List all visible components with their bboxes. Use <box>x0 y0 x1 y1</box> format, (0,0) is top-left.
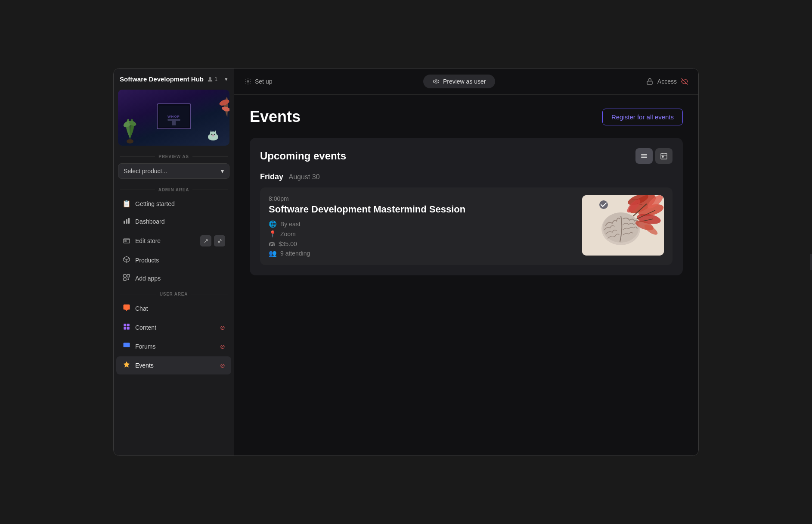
svg-point-10 <box>212 135 214 137</box>
events-icon <box>122 361 131 370</box>
svg-rect-26 <box>127 327 130 330</box>
event-location-row: 📍 Zoom <box>269 230 573 238</box>
view-toggle <box>635 148 673 164</box>
content-label: Content <box>135 324 216 331</box>
svg-rect-24 <box>127 324 130 326</box>
svg-marker-7 <box>214 130 216 133</box>
page-title: Events <box>250 108 301 126</box>
add-apps-icon <box>122 274 131 283</box>
list-view-button[interactable] <box>635 148 653 164</box>
getting-started-icon: 📋 <box>122 200 131 208</box>
sidebar-item-products[interactable]: Products <box>116 252 231 269</box>
upcoming-events-title: Upcoming events <box>260 150 346 162</box>
content-visibility-icon: ⊘ <box>220 324 225 331</box>
setup-button[interactable]: Set up <box>245 78 272 85</box>
calendar-view-button[interactable] <box>655 148 673 164</box>
events-section: Upcoming events <box>250 138 683 275</box>
content-icon <box>122 323 131 332</box>
date-header: Friday August 30 <box>260 172 673 181</box>
edit-store-actions <box>200 235 225 246</box>
svg-rect-27 <box>124 343 130 347</box>
products-label: Products <box>135 257 225 264</box>
event-info: 8:00pm Software Development Mastermind S… <box>269 195 573 257</box>
svg-rect-34 <box>641 156 647 156</box>
event-card[interactable]: 8:00pm Software Development Mastermind S… <box>260 187 673 265</box>
edit-store-external-link-button[interactable] <box>200 235 211 246</box>
select-product-dropdown[interactable]: Select product... ▾ <box>118 163 229 179</box>
forums-visibility-icon: ⊘ <box>220 343 225 350</box>
svg-point-30 <box>433 80 439 83</box>
edit-store-link-button[interactable] <box>214 235 225 246</box>
setup-label: Set up <box>255 78 272 85</box>
external-link-icon <box>204 239 208 243</box>
preview-as-user-button[interactable]: Preview as user <box>423 75 496 88</box>
topbar: Set up Preview as user Access <box>234 69 698 95</box>
dashboard-label: Dashboard <box>135 218 225 225</box>
cat-icon <box>206 128 221 141</box>
svg-point-11 <box>219 98 229 106</box>
sidebar-item-forums[interactable]: Forums ⊘ <box>116 337 231 356</box>
sidebar: Software Development Hub 1 ▾ <box>114 69 234 455</box>
hub-badge: 1 <box>207 76 217 82</box>
forums-label: Forums <box>135 343 216 350</box>
svg-rect-25 <box>124 327 126 330</box>
svg-point-0 <box>209 77 211 79</box>
globe-icon: 🌐 <box>269 220 277 228</box>
getting-started-label: Getting started <box>135 200 225 207</box>
preview-as-area: Select product... ▾ <box>114 162 234 183</box>
preview-as-label: PREVIEW AS <box>158 154 189 159</box>
sidebar-item-add-apps[interactable]: Add apps <box>116 270 231 287</box>
user-area-divider: USER AREA <box>114 287 234 299</box>
svg-rect-33 <box>641 154 647 155</box>
user-area-label: USER AREA <box>160 292 188 296</box>
edit-store-label: Edit store <box>135 237 196 244</box>
lock-icon <box>646 78 653 85</box>
event-time: 8:00pm <box>269 195 573 202</box>
event-host-row: 🌐 By east <box>269 220 573 228</box>
event-image <box>582 195 664 256</box>
content-area: Events Register for all events Upcoming … <box>234 95 698 455</box>
add-apps-label: Add apps <box>135 275 225 282</box>
people-icon: 👥 <box>269 250 277 257</box>
sidebar-item-content[interactable]: Content ⊘ <box>116 318 231 337</box>
events-section-header: Upcoming events <box>260 148 673 164</box>
svg-rect-13 <box>124 221 125 224</box>
svg-rect-20 <box>124 278 126 281</box>
sidebar-item-events[interactable]: Events ⊘ <box>116 356 231 374</box>
edit-store-icon <box>122 237 131 245</box>
event-attending-row: 👥 9 attending <box>269 250 573 257</box>
event-attending: 9 attending <box>280 250 310 257</box>
svg-point-31 <box>435 81 437 82</box>
sidebar-item-chat[interactable]: Chat <box>116 299 231 318</box>
dropdown-chevron-icon: ▾ <box>221 168 224 175</box>
svg-rect-18 <box>124 274 126 277</box>
svg-rect-35 <box>641 157 647 158</box>
svg-point-9 <box>214 134 215 135</box>
events-visibility-icon: ⊘ <box>220 362 225 369</box>
event-date-full: August 30 <box>288 173 319 181</box>
svg-point-1 <box>127 139 133 143</box>
preview-as-divider: PREVIEW AS <box>114 150 234 162</box>
event-image-art <box>582 195 664 256</box>
admin-area-divider: ADMIN AREA <box>114 183 234 195</box>
access-label: Access <box>657 78 677 85</box>
access-button[interactable]: Access <box>646 78 688 85</box>
sidebar-item-edit-store[interactable]: Edit store <box>116 231 231 251</box>
event-host: By east <box>280 221 301 228</box>
svg-rect-36 <box>661 153 667 159</box>
svg-rect-32 <box>647 81 652 84</box>
products-icon <box>122 256 131 265</box>
sidebar-header[interactable]: Software Development Hub 1 ▾ <box>114 69 234 90</box>
sidebar-item-getting-started[interactable]: 📋 Getting started <box>116 195 231 212</box>
sidebar-item-dashboard[interactable]: Dashboard <box>116 213 231 230</box>
admin-area-label: ADMIN AREA <box>158 187 189 192</box>
svg-marker-6 <box>210 130 212 133</box>
svg-marker-28 <box>124 362 130 368</box>
eye-icon <box>433 78 440 85</box>
sidebar-header-left: Software Development Hub 1 <box>120 75 217 83</box>
register-all-events-button[interactable]: Register for all events <box>602 109 683 125</box>
banner-content: WHOP <box>118 90 229 146</box>
ticket-icon: 🎟 <box>269 240 275 247</box>
main-content: Set up Preview as user Access <box>234 69 698 455</box>
svg-rect-19 <box>127 274 130 277</box>
